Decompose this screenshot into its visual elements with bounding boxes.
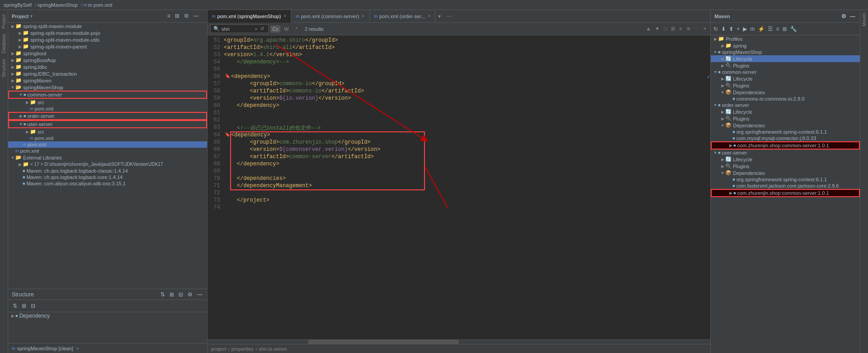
maven-lifecycle-order[interactable]: ▶ 🔄 Lifecycle bbox=[711, 108, 860, 115]
next-result-button[interactable]: ▼ bbox=[654, 26, 661, 32]
filter-button[interactable]: ≋ bbox=[685, 26, 692, 32]
tree-item-logback-classic[interactable]: ■ Maven: ch.qos.logback:logback-classic:… bbox=[8, 168, 207, 174]
maven-deps-common[interactable]: ▼ 📦 Dependencies bbox=[711, 89, 860, 96]
struct-dependency-item[interactable]: ▶ ■ Dependency bbox=[8, 312, 207, 319]
maven-download-button[interactable]: ⬇ bbox=[720, 25, 727, 33]
expand-all-button[interactable]: ⊞ bbox=[174, 12, 180, 20]
tree-item-jdk17[interactable]: ▶ 📁 < 17 > D:\zhurenjin\zhurenjin_Java\j… bbox=[8, 161, 207, 168]
tree-item-common-server[interactable]: ▼ ■ common-server bbox=[8, 91, 207, 99]
tree-item-pom-user[interactable]: m pom.xml bbox=[8, 135, 207, 141]
tree-item-aliyun-oss[interactable]: ■ Maven: com.aliyun.oss:aliyun-sdk-oss:3… bbox=[8, 180, 207, 187]
tree-item-parent[interactable]: ▶ 📁 spring-split-maven-parent bbox=[8, 43, 207, 50]
search-input-wrap[interactable]: 🔍 × ↺ bbox=[210, 24, 269, 33]
collapse-all-struct-button[interactable]: ⊟ bbox=[30, 302, 36, 310]
tab-pom-order-server[interactable]: m pom.xml (order-ser... × bbox=[370, 10, 436, 23]
maven-lifecycle-common[interactable]: ▶ 🔄 Lifecycle bbox=[711, 75, 860, 82]
maven-plugins-user[interactable]: ▶ 🔌 Plugins bbox=[711, 163, 860, 169]
maven-springmavenshop[interactable]: ▼ ■ springMavenShop bbox=[711, 49, 860, 55]
search-input[interactable] bbox=[222, 26, 253, 32]
maven-collapse-button[interactable]: — bbox=[849, 12, 856, 20]
maven-common-server-dep-order[interactable]: ▶ ■ com.zhurenjin.shop:common-server:1.0… bbox=[711, 141, 860, 150]
tree-item-src-user[interactable]: ▶ 📁 src bbox=[8, 128, 207, 135]
tab-dropdown-button[interactable]: ▾ bbox=[435, 13, 444, 19]
sidebar-item-project[interactable]: Project bbox=[0, 12, 7, 31]
maven-plugins-order[interactable]: ▶ 🔌 Plugins bbox=[711, 115, 860, 122]
maven-upload-button[interactable]: ⬆ bbox=[728, 25, 734, 33]
maven-deps-order[interactable]: ▼ 📦 Dependencies bbox=[711, 122, 860, 129]
tree-item-pojo[interactable]: ▶ 📁 spring-split-maven-module-pojo bbox=[8, 29, 207, 36]
match-button[interactable]: ≡ bbox=[678, 26, 683, 32]
maven-plugins-common[interactable]: ▶ 🔌 Plugins bbox=[711, 82, 860, 89]
maven-spring-context-user[interactable]: ■ org.springframework:spring-context:6.1… bbox=[711, 176, 860, 183]
tree-item-springjdbc-tx[interactable]: ▶ 📁 springJDBC_transaction bbox=[8, 70, 207, 77]
maven-jackson-core[interactable]: ■ com.fasterxml.jackson.core:jackson-cor… bbox=[711, 183, 860, 189]
collapse-all-button[interactable]: ≡ bbox=[166, 12, 171, 20]
tab-close-button[interactable]: × bbox=[284, 14, 286, 19]
maven-profiles[interactable]: ▶ 📁 Profiles bbox=[711, 35, 860, 42]
word-button[interactable]: W bbox=[282, 25, 290, 33]
breadcrumb-item-properties[interactable]: properties bbox=[231, 346, 254, 352]
tree-item-springmaven[interactable]: ▶ 📁 springMaven bbox=[8, 77, 207, 84]
maven-lifecycle-shop[interactable]: ▶ 🔄 Lifecycle bbox=[711, 55, 860, 62]
view-button[interactable]: □ bbox=[662, 26, 668, 32]
maven-list-button[interactable]: ☰ bbox=[767, 25, 774, 33]
maven-lightning-button[interactable]: ⚡ bbox=[757, 25, 766, 33]
close-search-button[interactable]: × bbox=[702, 26, 708, 32]
tab-close-button[interactable]: × bbox=[428, 14, 431, 19]
maven-deps-user[interactable]: ▼ 📦 Dependencies bbox=[711, 169, 860, 176]
settings-button[interactable]: ⚙ bbox=[183, 12, 190, 20]
project-dropdown-icon[interactable]: ▾ bbox=[30, 14, 33, 19]
maven-order-server[interactable]: ▼ ■ order-server bbox=[711, 102, 860, 108]
maven-plugins-shop[interactable]: ▶ 🔌 Plugins bbox=[711, 62, 860, 69]
run-close-icon[interactable]: × bbox=[76, 346, 79, 351]
maven-wrench-button[interactable]: 🔧 bbox=[789, 25, 798, 33]
more-options-button[interactable]: ⋯ bbox=[693, 26, 701, 32]
close-panel-button[interactable]: — bbox=[193, 12, 200, 20]
regex-button[interactable]: .* bbox=[292, 25, 299, 33]
settings-button[interactable]: ⚙ bbox=[187, 290, 193, 299]
case-sensitive-button[interactable]: Cc bbox=[270, 25, 280, 33]
maven-columns-button[interactable]: ⊞ bbox=[781, 25, 788, 33]
search-refresh-button[interactable]: ↺ bbox=[259, 26, 265, 32]
maven-commons-io-dep[interactable]: ■ commons-io:commons-io:2.8.0 bbox=[711, 96, 860, 102]
breadcrumb-item-project[interactable]: project bbox=[211, 346, 226, 352]
maven-lifecycle-user[interactable]: ▶ 🔄 Lifecycle bbox=[711, 156, 860, 163]
maven-spring[interactable]: ▶ 📁 spring bbox=[711, 42, 860, 49]
tab-close-button[interactable]: × bbox=[362, 14, 365, 19]
tree-item-utils[interactable]: ▶ 📁 spring-split-maven-module-utils bbox=[8, 36, 207, 43]
maven-add-button[interactable]: + bbox=[736, 25, 741, 33]
sidebar-item-database[interactable]: Database bbox=[0, 31, 7, 56]
sidebar-item-structure[interactable]: Structure bbox=[0, 56, 7, 80]
tree-item-external-libs[interactable]: ▼ 📂 External Libraries bbox=[8, 154, 207, 161]
scrollbar-thumb[interactable] bbox=[308, 340, 459, 344]
maven-mysql-connector[interactable]: ■ com.mysql:mysql-connector-j:8.0.33 bbox=[711, 135, 860, 141]
maven-settings-button[interactable]: ⚙ bbox=[840, 12, 847, 20]
expand-button[interactable]: ⊞ bbox=[169, 290, 175, 299]
horizontal-scrollbar[interactable] bbox=[207, 339, 710, 344]
tree-item-user-server[interactable]: ▼ ■ user-server bbox=[8, 120, 207, 128]
tree-item-springboot[interactable]: ▶ 📁 springboot bbox=[8, 50, 207, 57]
tree-item-src-common[interactable]: ▶ 📁 src bbox=[8, 99, 207, 106]
tree-item-order-server[interactable]: ▶ ■ order-server bbox=[8, 112, 207, 120]
maven-run-button[interactable]: ▶ bbox=[742, 25, 748, 33]
tab-pom-common-server[interactable]: m pom.xml (common-server) × bbox=[291, 10, 370, 23]
expand-all-struct-button[interactable]: ⊞ bbox=[21, 302, 27, 310]
sort-button[interactable]: ⇅ bbox=[159, 290, 166, 299]
tree-item-springjdbc[interactable]: ▶ 📁 springJdbc bbox=[8, 63, 207, 70]
tab-pom-springmavenshop[interactable]: m pom.xml (springMavenShop) × bbox=[207, 10, 291, 23]
breadcrumb-item-value[interactable]: shri.io.verion bbox=[259, 346, 287, 352]
tab-more-button[interactable]: ⋯ bbox=[444, 13, 454, 19]
tree-item-spring-split[interactable]: ▶ 📁 spring-split-maven-module bbox=[8, 23, 207, 29]
maven-group-button[interactable]: ≡ bbox=[775, 25, 780, 33]
tree-item-springbootaop[interactable]: ▶ 📁 springBootAop bbox=[8, 57, 207, 63]
search-clear-button[interactable]: × bbox=[253, 26, 259, 32]
tree-item-pom-main[interactable]: m pom.xml bbox=[8, 141, 207, 148]
maven-refresh-button[interactable]: ↻ bbox=[713, 25, 719, 33]
tree-item-pom-root[interactable]: m pom.xml bbox=[8, 148, 207, 154]
sort-alpha-button[interactable]: ⇅ bbox=[12, 302, 18, 310]
maven-spring-context-order[interactable]: ■ org.springframework:spring-context:6.1… bbox=[711, 129, 860, 135]
prev-result-button[interactable]: ▲ bbox=[645, 26, 652, 32]
tree-item-logback-core[interactable]: ■ Maven: ch.qos.logback:logback-core:1.4… bbox=[8, 174, 207, 180]
maven-sidebar-label[interactable]: Maven bbox=[861, 10, 868, 29]
tree-item-springmavenshop[interactable]: ▼ 📂 springMavenShop bbox=[8, 84, 207, 91]
